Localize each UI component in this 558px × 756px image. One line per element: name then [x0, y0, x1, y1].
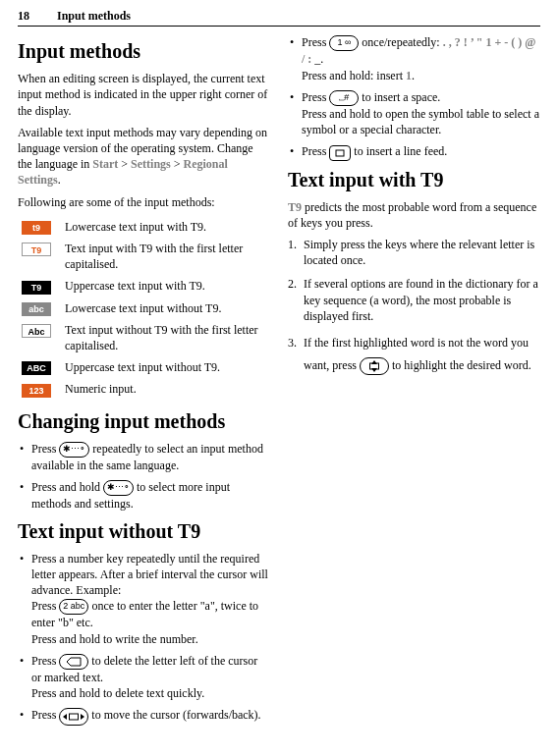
- abc-upper-icon: ABC: [22, 361, 51, 375]
- page-header-title: Input methods: [57, 8, 131, 24]
- para: Available text input methods may vary de…: [18, 125, 270, 189]
- para: When an editing screen is displayed, the…: [18, 71, 270, 119]
- list-item: Press to delete the letter left of the c…: [18, 653, 270, 702]
- list-item: Press ⎵# to insert a space. Press and ho…: [288, 89, 540, 138]
- para: Following are some of the input methods:: [18, 194, 270, 210]
- t9-upper-icon: T9: [22, 281, 51, 295]
- hash-key-icon: ⎵#: [329, 90, 359, 106]
- list-item: Press and hold ✱⋯∘ to select more input …: [18, 479, 270, 512]
- page-header: 18 Input methods: [18, 8, 540, 27]
- list-item: If several options are found in the dict…: [288, 276, 540, 324]
- heading-changing: Changing input methods: [18, 408, 270, 435]
- bullet-list: Press ✱⋯∘ repeatedly to select an input …: [18, 441, 270, 513]
- t9-lower-icon: t9: [22, 221, 51, 235]
- heading-with-t9: Text input with T9: [288, 167, 540, 193]
- t9-label: T9: [288, 200, 302, 214]
- center-key-icon: [329, 145, 351, 161]
- heading-without-t9: Text input without T9: [18, 518, 270, 545]
- list-item: If the first highlighted word is not the…: [288, 332, 540, 377]
- one-key-icon: 1 ∞: [329, 35, 359, 51]
- clear-key-icon: [59, 654, 88, 670]
- table-row: 123Numeric input.: [18, 378, 270, 400]
- para: T9 predicts the most probable word from …: [288, 199, 540, 231]
- abc-cap-icon: Abc: [22, 324, 51, 338]
- input-method-icon-table: t9Lowercase text input with T9. T9Text i…: [18, 216, 270, 401]
- abc-lower-icon: abc: [22, 302, 51, 316]
- page-number: 18: [18, 8, 29, 24]
- star-key-icon: ✱⋯∘: [103, 480, 134, 496]
- nav-left-right-icon: [59, 708, 88, 726]
- svg-rect-0: [336, 150, 344, 156]
- numbered-list: Simply press the keys where the relevant…: [288, 237, 540, 377]
- two-key-icon: 2 abc: [59, 599, 88, 615]
- list-item: Press to insert a line feed.: [288, 143, 540, 160]
- table-row: ABCUppercase text input without T9.: [18, 356, 270, 378]
- list-item: Press a number key repeatedly until the …: [18, 551, 270, 647]
- star-key-icon: ✱⋯∘: [59, 442, 89, 458]
- nav-up-down-icon: [360, 357, 389, 375]
- table-row: AbcText input without T9 with the first …: [18, 319, 270, 356]
- numeric-icon: 123: [22, 384, 51, 398]
- list-item: Press ✱⋯∘ repeatedly to select an input …: [18, 441, 270, 473]
- t9-cap-icon: T9: [22, 243, 51, 256]
- list-item: Simply press the keys where the relevant…: [288, 237, 540, 268]
- heading-input-methods: Input methods: [18, 38, 270, 65]
- list-item: Press to move the cursor (forwards/back)…: [18, 707, 270, 725]
- path-start: Start: [92, 157, 118, 171]
- list-item: Press 1 ∞ once/repeatedly: . , ? ! ’ " 1…: [288, 34, 540, 83]
- table-row: T9Text input with T9 with the first lett…: [18, 238, 270, 275]
- path-settings: Settings: [131, 157, 171, 171]
- table-row: abcLowercase text input without T9.: [18, 297, 270, 319]
- table-row: t9Lowercase text input with T9.: [18, 216, 270, 238]
- table-row: T9Uppercase text input with T9.: [18, 275, 270, 297]
- content-columns: Input methods When an editing screen is …: [18, 34, 540, 751]
